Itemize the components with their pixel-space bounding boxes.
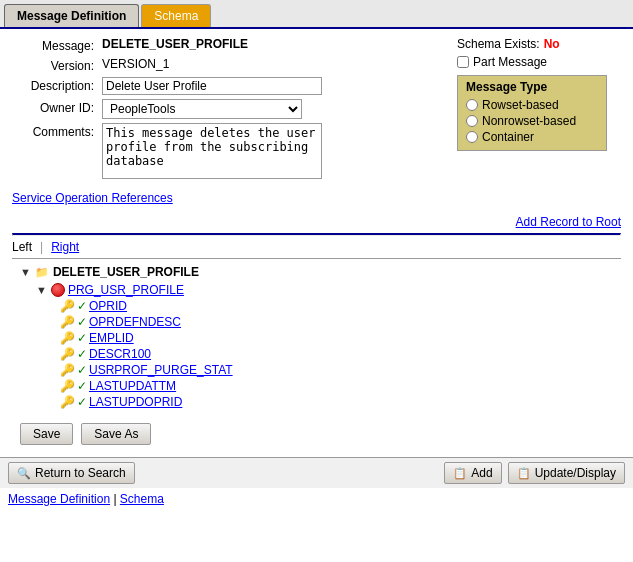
tree-child-oprdefndesc: 🔑 ✓ OPRDEFNDESC: [20, 315, 613, 329]
tree-child-link-emplid[interactable]: EMPLID: [89, 331, 134, 345]
db-icon: [51, 283, 65, 297]
buttons-row: Save Save As: [20, 423, 621, 445]
key-icon-oprid: 🔑: [60, 299, 75, 313]
tree-child-oprid: 🔑 ✓ OPRID: [20, 299, 613, 313]
footer-link-schema[interactable]: Schema: [120, 492, 164, 506]
tree-child-emplid: 🔑 ✓ EMPLID: [20, 331, 613, 345]
tab-message-definition[interactable]: Message Definition: [4, 4, 139, 27]
save-button[interactable]: Save: [20, 423, 73, 445]
description-label: Description:: [12, 77, 102, 93]
right-panel: Schema Exists: No Part Message Message T…: [441, 37, 621, 183]
part-message-label: Part Message: [473, 55, 547, 69]
return-to-search-button[interactable]: 🔍 Return to Search: [8, 462, 135, 484]
tree-root-folder-icon: 📁: [35, 266, 49, 279]
nonrowset-based-row: Nonrowset-based: [466, 114, 598, 128]
owner-id-select[interactable]: PeopleTools: [102, 99, 302, 119]
part-message-checkbox[interactable]: [457, 56, 469, 68]
main-content: Message: DELETE_USER_PROFILE Version: VE…: [0, 29, 633, 457]
tree-child-link-lastupdattm[interactable]: LASTUPDATTM: [89, 379, 176, 393]
add-icon: 📋: [453, 467, 467, 480]
left-form: Message: DELETE_USER_PROFILE Version: VE…: [12, 37, 441, 183]
version-row: Version: VERSION_1: [12, 57, 441, 73]
service-op-link[interactable]: Service Operation References: [12, 191, 173, 205]
tree-child-descr100: 🔑 ✓ DESCR100: [20, 347, 613, 361]
comments-textarea[interactable]: This message deletes the user profile fr…: [102, 123, 322, 179]
version-value: VERSION_1: [102, 57, 169, 71]
footer-links: Message Definition | Schema: [0, 488, 633, 510]
tab-bar: Message Definition Schema: [0, 0, 633, 29]
footer-toolbar: 🔍 Return to Search 📋 Add 📋 Update/Displa…: [0, 457, 633, 488]
top-section: Message: DELETE_USER_PROFILE Version: VE…: [12, 37, 621, 183]
check-icon-descr100: ✓: [77, 347, 87, 361]
service-op-section: Service Operation References: [12, 187, 621, 211]
version-label: Version:: [12, 57, 102, 73]
return-to-search-label: Return to Search: [35, 466, 126, 480]
tree-prg-expand-icon[interactable]: ▼: [36, 284, 47, 296]
tab-message-definition-label: Message Definition: [17, 9, 126, 23]
message-value: DELETE_USER_PROFILE: [102, 37, 248, 51]
key-icon-lastupdoprid: 🔑: [60, 395, 75, 409]
lr-tab-right[interactable]: Right: [51, 240, 79, 254]
update-display-label: Update/Display: [535, 466, 616, 480]
message-type-title: Message Type: [466, 80, 598, 94]
save-as-button[interactable]: Save As: [81, 423, 151, 445]
rowset-based-row: Rowset-based: [466, 98, 598, 112]
tree-child-link-oprid[interactable]: OPRID: [89, 299, 127, 313]
tree-child-link-usrprof[interactable]: USRPROF_PURGE_STAT: [89, 363, 233, 377]
thin-divider: [12, 258, 621, 259]
nonrowset-based-label: Nonrowset-based: [482, 114, 576, 128]
add-label: Add: [471, 466, 492, 480]
lr-tabs: Left | Right: [12, 240, 621, 254]
key-icon-descr100: 🔑: [60, 347, 75, 361]
tree-child-link-oprdefndesc[interactable]: OPRDEFNDESC: [89, 315, 181, 329]
check-icon-lastupdattm: ✓: [77, 379, 87, 393]
tree-prg-node: ▼ PRG_USR_PROFILE: [20, 283, 613, 297]
check-icon-emplid: ✓: [77, 331, 87, 345]
container-radio[interactable]: [466, 131, 478, 143]
key-icon-usrprof: 🔑: [60, 363, 75, 377]
check-icon-oprid: ✓: [77, 299, 87, 313]
update-display-button[interactable]: 📋 Update/Display: [508, 462, 625, 484]
check-icon-lastupdoprid: ✓: [77, 395, 87, 409]
tree-root-label: DELETE_USER_PROFILE: [53, 265, 199, 279]
container-label: Container: [482, 130, 534, 144]
footer-link-message-definition[interactable]: Message Definition: [8, 492, 110, 506]
tree-root-node: ▼ 📁 DELETE_USER_PROFILE: [20, 265, 613, 279]
schema-exists-label: Schema Exists:: [457, 37, 540, 51]
rowset-based-label: Rowset-based: [482, 98, 559, 112]
description-input[interactable]: [102, 77, 322, 95]
update-display-icon: 📋: [517, 467, 531, 480]
tab-schema[interactable]: Schema: [141, 4, 211, 27]
check-icon-oprdefndesc: ✓: [77, 315, 87, 329]
check-icon-usrprof: ✓: [77, 363, 87, 377]
comments-label: Comments:: [12, 123, 102, 139]
tree-child-lastupdoprid: 🔑 ✓ LASTUPDOPRID: [20, 395, 613, 409]
tree-child-lastupdattm: 🔑 ✓ LASTUPDATTM: [20, 379, 613, 393]
tree-child-usrprof: 🔑 ✓ USRPROF_PURGE_STAT: [20, 363, 613, 377]
nonrowset-based-radio[interactable]: [466, 115, 478, 127]
comments-row: Comments: This message deletes the user …: [12, 123, 441, 179]
lr-tab-left[interactable]: Left: [12, 240, 32, 254]
tree-child-link-lastupdoprid[interactable]: LASTUPDOPRID: [89, 395, 182, 409]
rowset-based-radio[interactable]: [466, 99, 478, 111]
key-icon-oprdefndesc: 🔑: [60, 315, 75, 329]
footer-right-buttons: 📋 Add 📋 Update/Display: [444, 462, 625, 484]
tab-schema-label: Schema: [154, 9, 198, 23]
add-button[interactable]: 📋 Add: [444, 462, 501, 484]
tree-child-link-descr100[interactable]: DESCR100: [89, 347, 151, 361]
description-row: Description:: [12, 77, 441, 95]
message-label: Message:: [12, 37, 102, 53]
owner-id-row: Owner ID: PeopleTools: [12, 99, 441, 119]
tree-expand-icon[interactable]: ▼: [20, 266, 31, 278]
part-message-row: Part Message: [457, 55, 621, 69]
schema-exists-row: Schema Exists: No: [457, 37, 621, 51]
owner-id-label: Owner ID:: [12, 99, 102, 115]
key-icon-emplid: 🔑: [60, 331, 75, 345]
add-record-to-root-link[interactable]: Add Record to Root: [12, 215, 621, 229]
blue-divider: [12, 233, 621, 236]
message-type-box: Message Type Rowset-based Nonrowset-base…: [457, 75, 607, 151]
message-row: Message: DELETE_USER_PROFILE: [12, 37, 441, 53]
tree-container: ▼ 📁 DELETE_USER_PROFILE ▼ PRG_USR_PROFIL…: [12, 261, 621, 415]
tree-prg-link[interactable]: PRG_USR_PROFILE: [68, 283, 184, 297]
return-search-icon: 🔍: [17, 467, 31, 480]
